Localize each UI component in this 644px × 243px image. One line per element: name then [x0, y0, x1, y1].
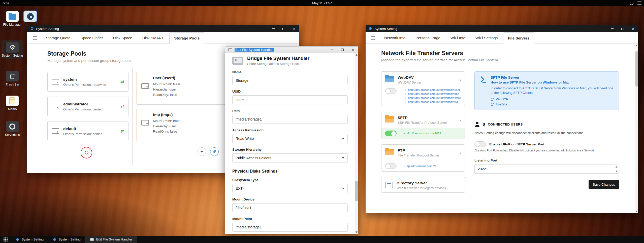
folder-icon [385, 116, 394, 123]
loading-icon[interactable] [630, 1, 633, 5]
desktop-icon-system-setting[interactable]: ⚙ System Setting [2, 40, 23, 59]
webdav-link[interactable]: http://dev.arozos.com:8080/webdav/store [408, 96, 461, 99]
settings-note: Notes: Setting change will disconnect al… [474, 131, 619, 135]
app-launcher-button[interactable] [0, 236, 11, 243]
sftp-toggle[interactable] [385, 131, 397, 136]
add-button[interactable]: + [198, 147, 206, 156]
filesystem-type-select[interactable]: EXT4 [232, 184, 348, 193]
server-card-sftp[interactable]: SFTP SSH File Transfer Protocol Server ›… [381, 112, 465, 139]
sync-icon[interactable]: ⇄ [120, 128, 124, 134]
spin-down-icon[interactable] [614, 169, 619, 173]
save-changes-button[interactable]: Save Changes [589, 180, 619, 189]
disk-icon [141, 83, 149, 89]
path-input[interactable] [232, 115, 348, 124]
tab-disk-space[interactable]: Disk Space [109, 32, 137, 44]
scroll-up-icon[interactable] [635, 44, 638, 47]
minimize-button[interactable] [330, 48, 334, 52]
scrollbar-thumb[interactable] [635, 51, 638, 87]
tab-disk-smart[interactable]: Disk SMART [138, 32, 169, 44]
scroll-down-icon[interactable] [635, 210, 638, 213]
webdav-link[interactable]: http://dev.arozos.com:8080/webdav/fs1 [408, 100, 458, 103]
webdav-link[interactable]: http://dev.arozos.com:8080/webdav/tmp [408, 92, 459, 95]
caret-icon: ▸ [405, 97, 406, 99]
chevron-right-icon[interactable]: › [459, 117, 461, 123]
menu-icon[interactable] [371, 36, 375, 39]
webdav-toggle[interactable] [385, 88, 397, 94]
server-name: SFTP [398, 115, 447, 120]
desktop-icon-label: Trash Bin [6, 83, 19, 86]
spin-up-icon[interactable] [614, 165, 619, 169]
scrollbar-thumb[interactable] [355, 181, 358, 201]
info-body: In order to connect to ArozOS SFTP Serve… [491, 86, 615, 95]
upnp-toggle[interactable] [474, 141, 486, 147]
connected-count: 0 [483, 122, 485, 127]
tab-space-finder[interactable]: Space Finder [76, 32, 108, 44]
server-card-webdav[interactable]: WebDAV WebDAV Server › ▸http://dev.arozo… [381, 71, 465, 106]
client-link-winscp[interactable]: WinSCP [491, 97, 615, 101]
taskbar-item-system-setting-2[interactable]: ⚙ System Setting [48, 236, 85, 243]
scroll-down-icon[interactable] [355, 230, 358, 234]
listening-port-input[interactable] [474, 165, 619, 174]
path-label: Path [232, 109, 348, 113]
taskbar-item-edit-fs-handler[interactable]: Edit File System Handler [85, 236, 137, 243]
maximize-button[interactable] [621, 27, 625, 31]
window-titlebar[interactable]: ⚙ System Setting × [366, 25, 638, 32]
refresh-button[interactable]: ↻ [81, 147, 92, 158]
client-link-filezilla[interactable]: FileZilla [491, 102, 615, 106]
scrollbar[interactable] [635, 44, 638, 213]
pool-card-default[interactable]: default Other's Permission: denied ⇄ [47, 121, 128, 141]
desktop-icon-media[interactable] [23, 11, 37, 22]
webdav-link[interactable]: http://dev.arozos.com:8080/webdav/user [408, 88, 460, 91]
storage-hierarchy-label: Storage Hierarchy [232, 148, 348, 151]
minimize-button[interactable] [610, 27, 614, 31]
close-button[interactable]: × [631, 27, 635, 31]
close-button[interactable]: × [351, 48, 355, 52]
tab-storage-quota[interactable]: Storage Quota [41, 32, 75, 44]
access-permission-select[interactable]: Read Write [232, 134, 348, 143]
minimize-button[interactable] [271, 27, 275, 31]
tab-network-info[interactable]: Network Info [380, 32, 410, 44]
server-card-ftp[interactable]: FTP File Transfer Protocol Server › ▸ftp… [381, 144, 465, 172]
mount-point-input[interactable] [232, 223, 348, 232]
top-menu-icon[interactable] [637, 2, 641, 5]
pool-card-administrator[interactable]: administrator Other's Permission: denied… [47, 97, 128, 116]
scrollbar[interactable] [355, 53, 358, 234]
tab-personal-page[interactable]: Personal Page [411, 32, 445, 44]
desktop-icon-file-manager[interactable]: File Manager [2, 11, 23, 26]
mount-device-input[interactable] [232, 203, 348, 212]
ftp-toggle[interactable] [385, 163, 397, 169]
server-list: WebDAV WebDAV Server › ▸http://dev.arozo… [381, 71, 465, 198]
tab-wifi-info[interactable]: WiFi Info [446, 32, 470, 44]
menu-icon[interactable] [33, 36, 37, 39]
desktop-icon-serverless[interactable]: Serverless [2, 121, 23, 137]
desktop-icon-memo[interactable]: Memo [2, 96, 23, 111]
scroll-up-icon[interactable] [355, 53, 358, 57]
close-button[interactable]: × [292, 27, 296, 31]
desktop-icon-trash-bin[interactable]: Trash Bin [2, 71, 23, 86]
window-titlebar[interactable]: ⚙ System Setting × [27, 25, 299, 32]
dialog-title: Bridge File System Handler [247, 56, 309, 61]
sftp-link[interactable]: sftp://dev.arozos.com:2022 [407, 132, 441, 135]
name-label: Name [232, 70, 348, 74]
tab-wifi-settings[interactable]: WiFi Settings [471, 32, 502, 44]
uuid-input[interactable] [232, 95, 348, 104]
ftp-link[interactable]: ftp://dev.arozos.com:21 [407, 165, 437, 168]
tab-file-servers[interactable]: File Servers [503, 32, 534, 44]
sync-icon[interactable]: ⇄ [120, 104, 124, 109]
tab-storage-pools[interactable]: Storage Pools [169, 32, 204, 44]
link-button[interactable] [210, 147, 219, 156]
server-card-directory[interactable]: Directory Server Web file viewer for leg… [381, 177, 465, 193]
mount-readonly: ReadOnly: false [153, 129, 180, 134]
taskbar-item-system-setting-1[interactable]: ⚙ System Setting [11, 236, 48, 243]
chevron-right-icon[interactable]: › [459, 150, 461, 155]
chevron-right-icon[interactable]: › [459, 77, 461, 82]
maximize-button[interactable] [340, 48, 344, 52]
sync-icon[interactable]: ⇄ [120, 79, 124, 85]
name-input[interactable] [232, 76, 348, 85]
pool-card-system[interactable]: system Other's Permission: readwrite ⇄ [47, 72, 128, 92]
window-titlebar[interactable]: Edit File System Handler × [225, 47, 358, 53]
maximize-button[interactable] [282, 27, 286, 31]
storage-hierarchy-select[interactable]: Public Access Folders [232, 153, 348, 163]
top-bar-right [630, 1, 641, 5]
number-spinner[interactable] [614, 165, 619, 173]
